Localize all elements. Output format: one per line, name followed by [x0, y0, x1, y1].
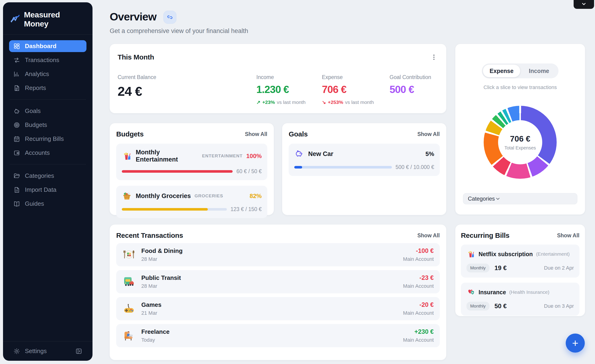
transaction-row-food-dining[interactable]: Food & Dining 28 Mar -100 € Main Account: [116, 243, 440, 266]
overview-link-badge[interactable]: [163, 11, 177, 24]
sidebar-item-settings[interactable]: Settings: [3, 341, 92, 355]
transactions-title: Recent Transactions: [116, 231, 183, 239]
expense-donut-chart[interactable]: 706 € Total Expenses: [484, 106, 557, 179]
chevron-down-icon: [581, 1, 587, 7]
page-header: Overview Get a comprehensive view of you…: [110, 10, 248, 35]
sidebar-item-transactions[interactable]: Transactions: [9, 54, 86, 66]
sidebar-item-import-data[interactable]: Import Data: [9, 184, 86, 196]
transaction-name: Games: [141, 301, 162, 308]
bill-name: Netflix subscription: [479, 251, 533, 257]
window-collapse-button[interactable]: [574, 0, 594, 9]
piggy-bank-icon: [294, 149, 305, 159]
goal-progress-track: [294, 166, 392, 169]
sidebar-item-guides[interactable]: Guides: [9, 198, 86, 210]
sidebar-item-label: Dashboard: [25, 43, 57, 50]
sidebar-item-reports[interactable]: Reports: [9, 82, 86, 94]
target-icon: [13, 121, 20, 128]
transaction-row-public-transit[interactable]: Public Transit 28 Mar -23 € Main Account: [116, 270, 440, 293]
grocery-basket-icon: [122, 191, 132, 201]
sidebar: Measured Money Dashboard Transactions An…: [3, 2, 92, 361]
stat-delta-note: vs last month: [277, 100, 306, 105]
bill-frequency-badge: Monthly: [467, 264, 489, 272]
transaction-name: Food & Dining: [141, 247, 183, 255]
transaction-account: Main Account: [403, 256, 434, 262]
trend-down-icon: ↘: [322, 100, 326, 105]
chart-hint: Click a slice to view transactions: [483, 84, 557, 90]
sidebar-item-label: Categories: [25, 172, 54, 179]
brand-name: Measured Money: [24, 10, 85, 28]
categories-dropdown[interactable]: Categories: [463, 193, 577, 204]
stat-current-balance: Current Balance 24 €: [118, 74, 256, 105]
sidebar-item-categories[interactable]: Categories: [9, 170, 86, 182]
import-file-icon: [13, 186, 20, 193]
transaction-date: 28 Mar: [141, 256, 183, 262]
expense-breakdown-card: Expense Income Click a slice to view tra…: [455, 44, 585, 214]
goal-name: New Car: [308, 150, 333, 157]
hand-link-icon: [167, 14, 173, 21]
bill-amount: 19 €: [495, 264, 507, 272]
wallet-icon: [13, 150, 20, 157]
analytics-icon: [13, 71, 20, 78]
transaction-date: Today: [141, 337, 170, 343]
sidebar-item-analytics[interactable]: Analytics: [9, 68, 86, 80]
dashboard-icon: [13, 43, 20, 50]
kebab-menu-icon[interactable]: [431, 54, 437, 61]
budget-progress-fill: [122, 208, 208, 211]
transaction-amount: +230 €: [403, 328, 434, 335]
this-month-title: This Month: [118, 53, 154, 61]
transaction-amount: -20 €: [403, 301, 434, 308]
sidebar-item-budgets[interactable]: Budgets: [9, 119, 86, 131]
this-month-card: This Month Current Balance 24 € Income 1…: [110, 44, 446, 113]
budget-amount: 123 € / 150 €: [231, 206, 262, 213]
goal-percent: 5%: [425, 150, 434, 157]
divider: [9, 164, 86, 164]
add-transaction-fab[interactable]: +: [566, 334, 585, 353]
gamepad-icon: [122, 302, 136, 315]
budget-row-entertainment[interactable]: Monthly Entertainment ENTERTAINMENT 100%…: [116, 144, 267, 180]
transaction-account: Main Account: [403, 310, 434, 316]
tab-expense[interactable]: Expense: [483, 64, 520, 77]
sidebar-item-dashboard[interactable]: Dashboard: [9, 40, 86, 52]
goal-amount: 500 € / 10.000 €: [396, 164, 434, 170]
tab-income[interactable]: Income: [520, 64, 558, 77]
budget-name: Monthly Entertainment: [136, 149, 198, 163]
stat-value: 706 €: [322, 84, 390, 95]
budget-row-groceries[interactable]: Monthly Groceries GROCERIES 82% 123 € / …: [116, 186, 267, 218]
transaction-account: Main Account: [403, 337, 434, 343]
budget-category: ENTERTAINMENT: [202, 153, 242, 158]
budgets-card: Budgets Show All Monthly Entertainment E…: [110, 123, 274, 215]
transactions-show-all-link[interactable]: Show All: [418, 232, 440, 239]
sidebar-item-label: Goals: [25, 107, 41, 114]
bill-name: Insurance: [479, 289, 506, 296]
stat-delta-note: vs last month: [345, 100, 374, 105]
sidebar-item-label: Budgets: [25, 121, 47, 128]
sidebar-item-accounts[interactable]: Accounts: [9, 147, 86, 159]
transaction-date: 28 Mar: [141, 283, 181, 289]
goals-show-all-link[interactable]: Show All: [418, 131, 440, 137]
stat-value: 1.230 €: [256, 84, 322, 95]
food-dining-icon: [122, 248, 136, 262]
sidebar-item-recurring-bills[interactable]: Recurring Bills: [9, 133, 86, 145]
popcorn-icon: [122, 151, 132, 161]
goals-card: Goals Show All New Car 5% 500 € / 10.000…: [282, 123, 446, 215]
budget-progress-fill: [122, 170, 233, 173]
budgets-show-all-link[interactable]: Show All: [245, 131, 267, 137]
goal-row-new-car[interactable]: New Car 5% 500 € / 10.000 €: [289, 144, 440, 176]
trend-up-icon: ↗: [256, 100, 261, 105]
transaction-row-freelance[interactable]: Freelance Today +230 € Main Account: [116, 324, 440, 347]
stat-value: 24 €: [118, 84, 256, 99]
bills-show-all-link[interactable]: Show All: [557, 232, 580, 239]
gear-icon: [13, 348, 20, 355]
bill-category: (Entertainment): [536, 251, 570, 257]
budget-progress-track: [122, 170, 233, 173]
sidebar-item-goals[interactable]: Goals: [9, 105, 86, 117]
bill-row-netflix[interactable]: Netflix subscription (Entertainment) Mon…: [461, 244, 580, 278]
recurring-bills-title: Recurring Bills: [461, 231, 510, 239]
transaction-row-games[interactable]: Games 21 Mar -20 € Main Account: [116, 297, 440, 320]
bill-row-insurance[interactable]: Insurance (Health Insurance) Monthly 50 …: [461, 283, 580, 316]
stat-goal-contribution: Goal Contribution 500 €: [390, 74, 437, 105]
book-icon: [13, 200, 20, 207]
budget-amount: 60 € / 50 €: [236, 168, 262, 175]
stat-label: Current Balance: [118, 74, 256, 80]
collapse-sidebar-icon[interactable]: [75, 348, 82, 355]
